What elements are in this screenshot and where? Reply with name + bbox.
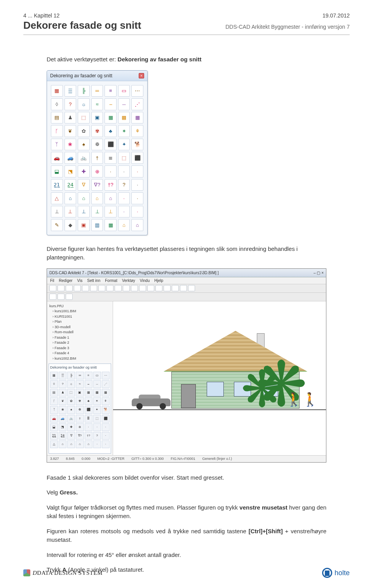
toolbar-button[interactable]: [58, 294, 64, 300]
palette-tool-button[interactable]: ?: [118, 179, 130, 191]
mini-palette-button[interactable]: ⬚: [67, 389, 75, 397]
palette-tool-button[interactable]: ◆: [64, 219, 77, 231]
palette-tool-button[interactable]: ❁: [91, 139, 103, 151]
palette-tool-button[interactable]: 🐕: [131, 139, 143, 151]
mini-palette-button[interactable]: ⬔: [59, 423, 66, 431]
palette-tool-button[interactable]: ≡: [105, 85, 117, 97]
mini-palette-button[interactable]: ⊕: [76, 423, 84, 431]
toolbar-button[interactable]: [58, 285, 64, 291]
mini-palette-button[interactable]: ▣: [76, 389, 84, 397]
mini-palette-button[interactable]: ≡: [85, 372, 92, 379]
palette-tool-button[interactable]: ‒: [105, 98, 117, 110]
palette-tool-button[interactable]: ⌂: [131, 219, 143, 231]
toolbar-button[interactable]: [66, 294, 73, 300]
mini-palette-button[interactable]: ·: [93, 440, 101, 448]
toolbar-button[interactable]: [49, 294, 56, 300]
palette-tool-button[interactable]: --: [118, 98, 130, 110]
mini-palette-button[interactable]: ᛉ: [50, 406, 58, 414]
toolbar-button[interactable]: [49, 285, 56, 291]
palette-tool-button[interactable]: ▤: [51, 112, 63, 124]
mini-palette-button[interactable]: ⬛: [102, 415, 110, 423]
mini-palette-button[interactable]: 🐕: [102, 406, 110, 414]
toolbar-button[interactable]: [164, 285, 171, 291]
mini-palette-button[interactable]: ╠: [67, 372, 75, 379]
palette-tool-button[interactable]: †: [91, 152, 103, 164]
mini-palette-button[interactable]: ᚴ: [50, 397, 58, 405]
palette-tool-button[interactable]: ═: [91, 85, 103, 97]
palette-tool-button[interactable]: ◊: [51, 98, 63, 110]
mini-palette-button[interactable]: ‒: [85, 380, 92, 388]
mini-palette-button[interactable]: ═: [76, 372, 84, 379]
close-icon[interactable]: ×: [139, 73, 144, 78]
palette-tool-button[interactable]: ⌂: [78, 192, 90, 204]
tree-root[interactable]: kurs.PRJ: [49, 304, 110, 309]
mini-palette-button[interactable]: ▤: [50, 389, 58, 397]
mini-palette-button[interactable]: ☼: [67, 380, 75, 388]
palette-tool-button[interactable]: ▒: [64, 85, 77, 97]
toolbar-button[interactable]: [82, 285, 89, 291]
palette-tool-button[interactable]: ·: [118, 165, 130, 177]
menu-item[interactable]: Vis: [77, 278, 83, 284]
palette-tool-button[interactable]: ❀: [64, 139, 77, 151]
palette-tool-button[interactable]: ▦: [51, 85, 63, 97]
palette-tool-button[interactable]: ⬚: [78, 112, 90, 124]
menu-item[interactable]: Hjelp: [154, 278, 163, 284]
toolbar-button[interactable]: [90, 285, 97, 291]
palette-tool-button[interactable]: ≣: [105, 152, 117, 164]
mini-palette-button[interactable]: ∇: [67, 432, 75, 440]
palette-tool-button[interactable]: ⊥: [64, 206, 77, 218]
mini-palette-button[interactable]: ∇?: [76, 432, 84, 440]
tree-item[interactable]: › Rom-modell: [52, 330, 110, 335]
palette-tool-button[interactable]: ▥: [91, 219, 103, 231]
mini-palette-button[interactable]: ⬓: [50, 423, 58, 431]
palette-tool-button[interactable]: ⬚: [118, 152, 130, 164]
palette-tool-button[interactable]: 2̲4̲: [64, 179, 77, 191]
palette-tool-button[interactable]: ✾: [91, 125, 103, 137]
palette-tool-button[interactable]: ♟: [64, 112, 77, 124]
tree-item[interactable]: › 3D-modell: [52, 325, 110, 330]
mini-palette-button[interactable]: ·: [102, 423, 110, 431]
palette-tool-button[interactable]: ⬓: [51, 165, 63, 177]
palette-tool-button[interactable]: ·: [105, 165, 117, 177]
palette-tool-button[interactable]: ⚘: [131, 125, 143, 137]
menu-item[interactable]: Verktøy: [122, 278, 135, 284]
tree-item[interactable]: › Fasade 2: [52, 340, 110, 346]
mini-palette-button[interactable]: ≈: [76, 380, 84, 388]
mini-palette-button[interactable]: 🚗: [50, 415, 58, 423]
mini-palette-button[interactable]: †?: [85, 432, 92, 440]
palette-tool-button[interactable]: ✎: [51, 219, 63, 231]
mini-palette-button[interactable]: ⬛: [85, 406, 92, 414]
mini-palette-button[interactable]: ·: [102, 432, 110, 440]
palette-tool-button[interactable]: ·: [131, 179, 143, 191]
toolbar-button[interactable]: [123, 285, 130, 291]
toolbar-button[interactable]: [74, 285, 81, 291]
mini-palette-button[interactable]: 🚙: [59, 415, 66, 423]
palette-tool-button[interactable]: ·: [131, 206, 143, 218]
palette-tool-button[interactable]: ᚴ: [51, 125, 63, 137]
palette-tool-button[interactable]: ▣: [78, 219, 90, 231]
palette-tool-button[interactable]: ?: [64, 98, 77, 110]
palette-tool-button[interactable]: ⊥: [105, 206, 117, 218]
palette-tool-button[interactable]: ⬛: [131, 152, 143, 164]
mini-palette-button[interactable]: ⌂: [59, 440, 66, 448]
palette-tool-button[interactable]: ♣: [105, 125, 117, 137]
tree-item[interactable]: › kurs1002.BIM: [52, 356, 110, 362]
menu-item[interactable]: Rediger: [59, 278, 73, 284]
palette-tool-button[interactable]: ⊕: [91, 165, 103, 177]
mini-palette-button[interactable]: ▭: [93, 372, 101, 379]
mini-palette-button[interactable]: ✦: [93, 406, 101, 414]
mini-palette-button[interactable]: --: [93, 380, 101, 388]
palette-tool-button[interactable]: ⌂: [64, 192, 77, 204]
mini-palette-button[interactable]: ·: [102, 440, 110, 448]
palette-tool-button[interactable]: △: [51, 192, 63, 204]
palette-tool-button[interactable]: ·: [118, 192, 130, 204]
mini-palette-button[interactable]: ▦: [50, 372, 58, 379]
palette-tool-button[interactable]: ☼: [78, 98, 90, 110]
mini-palette-button[interactable]: 2̲1̲: [50, 432, 58, 440]
palette-tool-button[interactable]: ᛉ: [51, 139, 63, 151]
mini-palette-button[interactable]: ✾: [76, 397, 84, 405]
mini-palette-button[interactable]: ✚: [67, 423, 75, 431]
palette-tool-button[interactable]: ⊥: [51, 206, 63, 218]
palette-tool-button[interactable]: ✿: [78, 125, 90, 137]
mini-palette-button[interactable]: ≣: [85, 415, 92, 423]
